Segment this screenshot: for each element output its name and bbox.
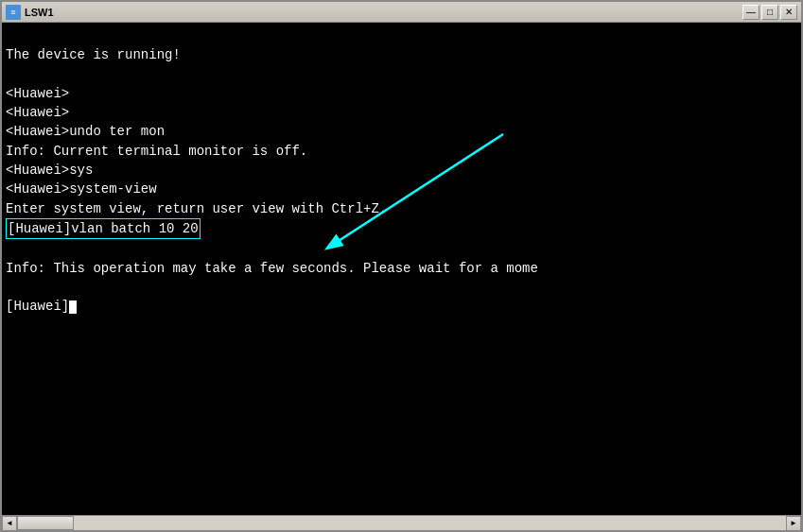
terminal-area[interactable]: The device is running! <Huawei> <Huawei>… [2, 23, 801, 515]
maximize-button[interactable]: □ [761, 5, 778, 20]
terminal-content: The device is running! <Huawei> <Huawei>… [6, 26, 797, 335]
horizontal-scrollbar: ◄ ► [2, 515, 801, 530]
title-bar: ≡ LSW1 — □ ✕ [2, 2, 801, 23]
scroll-track[interactable] [17, 516, 786, 530]
scroll-left-button[interactable]: ◄ [2, 516, 17, 531]
line-6: Info: Current terminal monitor is off. [6, 144, 307, 159]
cursor [69, 300, 77, 314]
line-3: <Huawei> [6, 86, 69, 101]
scroll-right-button[interactable]: ► [786, 516, 801, 531]
terminal-window: ≡ LSW1 — □ ✕ The device is running! <Hua… [0, 0, 803, 532]
line-1: The device is running! [6, 47, 181, 62]
line-4: <Huawei> [6, 105, 69, 120]
window-title: LSW1 [25, 7, 742, 18]
line-9: Enter system view, return user view with… [6, 201, 387, 216]
line-7: <Huawei>sys [6, 163, 93, 178]
close-button[interactable]: ✕ [780, 5, 797, 20]
window-icon: ≡ [6, 5, 21, 20]
line-5: <Huawei>undo ter mon [6, 124, 165, 139]
line-11: Info: This operation may take a few seco… [6, 261, 538, 276]
scroll-thumb[interactable] [17, 516, 74, 530]
line-8: <Huawei>system-view [6, 181, 157, 197]
highlighted-command-line: [Huawei]vlan batch 10 20 [6, 218, 201, 239]
line-12: [Huawei] [6, 299, 77, 314]
minimize-button[interactable]: — [742, 5, 759, 20]
window-controls: — □ ✕ [742, 5, 797, 20]
